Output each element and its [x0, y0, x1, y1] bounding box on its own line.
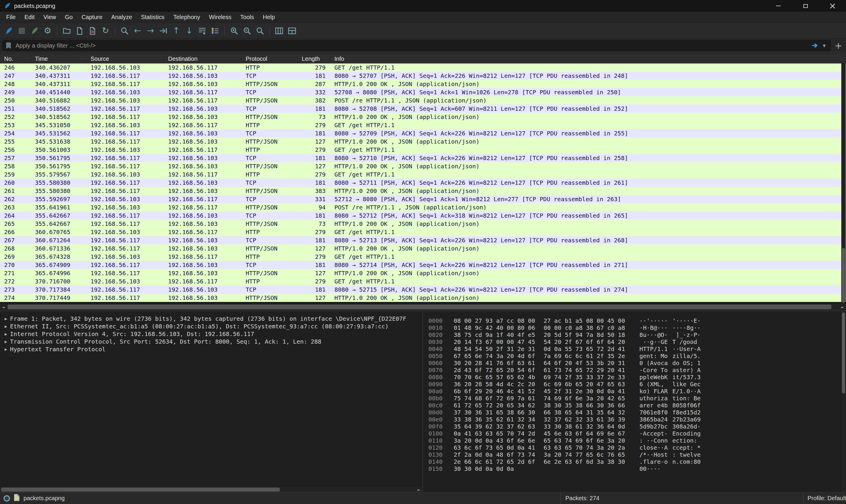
packet-row[interactable]: 247340.437311192.168.56.117192.168.56.10…: [0, 72, 846, 80]
packet-row[interactable]: 260355.580380192.168.56.117192.168.56.10…: [0, 179, 846, 187]
packet-row[interactable]: 264355.642667192.168.56.117192.168.56.10…: [0, 212, 846, 220]
hex-row[interactable]: 01302f 2a 0d 0a 48 6f 73 743a 20 74 77 6…: [428, 451, 846, 458]
menu-wireless[interactable]: Wireless: [205, 14, 236, 21]
expand-arrow-icon[interactable]: ▸: [2, 339, 10, 344]
column-header-length[interactable]: Length: [298, 55, 330, 63]
menu-file[interactable]: File: [2, 14, 20, 21]
zoom-out-icon[interactable]: [241, 24, 253, 37]
menu-view[interactable]: View: [39, 14, 60, 21]
colorize-packets-icon[interactable]: [209, 24, 222, 37]
expand-arrow-icon[interactable]: ▸: [2, 331, 10, 337]
packet-row[interactable]: 251340.518562192.168.56.117192.168.56.10…: [0, 105, 846, 113]
close-button[interactable]: ×: [819, 0, 846, 12]
packet-row[interactable]: 250340.516882192.168.56.103192.168.56.11…: [0, 96, 846, 105]
maximize-button[interactable]: [792, 0, 819, 12]
detail-line[interactable]: ▸Frame 1: Packet, 342 bytes on wire (273…: [2, 315, 422, 323]
scroll-right-icon[interactable]: ►: [840, 304, 846, 310]
packet-row[interactable]: 259355.579567192.168.56.103192.168.56.11…: [0, 170, 846, 179]
expert-info-icon[interactable]: [3, 495, 10, 502]
packet-row[interactable]: 271365.674996192.168.56.117192.168.56.10…: [0, 269, 846, 277]
details-horizontal-scrollbar[interactable]: ►: [0, 487, 422, 492]
hex-row[interactable]: 008070 70 6c 65 57 65 62 4b69 74 2f 35 3…: [428, 374, 846, 381]
hex-row[interactable]: 00b075 74 68 6f 72 69 7a 6174 69 6f 6e 3…: [428, 395, 846, 402]
packet-row[interactable]: 274370.717449192.168.56.117192.168.56.10…: [0, 294, 846, 302]
packet-row[interactable]: 255345.531638192.168.56.117192.168.56.10…: [0, 138, 846, 146]
detail-line[interactable]: ▸Hypertext Transfer Protocol: [2, 345, 422, 353]
capture-options-icon[interactable]: ⚙: [41, 24, 54, 37]
hex-row[interactable]: 00d037 30 36 31 65 38 66 3066 38 65 64 3…: [428, 409, 846, 416]
menu-analyze[interactable]: Analyze: [107, 14, 137, 21]
packet-row[interactable]: 257350.561795192.168.56.117192.168.56.10…: [0, 154, 846, 162]
find-packet-icon[interactable]: [118, 24, 131, 37]
hex-row[interactable]: 015030 30 0d 0a 0d 0a00····: [428, 465, 846, 472]
hex-row[interactable]: 01402e 66 6c 61 72 65 2d 6f6e 2e 63 6f 6…: [428, 458, 846, 465]
scroll-right-icon[interactable]: ►: [416, 487, 422, 492]
hex-row[interactable]: 01000a 41 63 63 65 70 74 2d45 6e 63 6f 6…: [428, 430, 846, 437]
packet-row[interactable]: 249340.451440192.168.56.103192.168.56.11…: [0, 88, 846, 96]
display-filter-input[interactable]: Apply a display filter ... <Ctrl-/> ▾: [2, 40, 831, 51]
go-back-icon[interactable]: ←: [131, 24, 144, 37]
go-to-packet-icon[interactable]: [157, 24, 170, 37]
hex-row[interactable]: 005067 65 6e 74 3a 20 4d 6f7a 69 6c 6c 6…: [428, 353, 846, 360]
hex-row[interactable]: 001001 48 9c 42 40 00 80 0600 00 c0 a8 3…: [428, 324, 846, 331]
auto-scroll-icon[interactable]: [196, 24, 209, 37]
expand-arrow-icon[interactable]: ▸: [2, 346, 10, 352]
scrollbar-thumb[interactable]: [7, 305, 831, 309]
packet-row[interactable]: 263355.641961192.168.56.103192.168.56.11…: [0, 203, 846, 212]
capture-stop-icon[interactable]: [15, 24, 28, 37]
go-first-icon[interactable]: ↑: [170, 24, 183, 37]
packet-row[interactable]: 256350.561003192.168.56.103192.168.56.11…: [0, 146, 846, 154]
hex-row[interactable]: 003020 14 f3 67 00 00 47 4554 20 2f 67 6…: [428, 338, 846, 345]
capture-restart-icon[interactable]: [28, 24, 41, 37]
apply-filter-button[interactable]: [811, 41, 819, 50]
detail-line[interactable]: ▸Internet Protocol Version 4, Src: 192.1…: [2, 330, 422, 338]
expand-arrow-icon[interactable]: ▸: [2, 323, 10, 329]
column-header-destination[interactable]: Destination: [164, 55, 242, 63]
packet-row[interactable]: 252340.518562192.168.56.117192.168.56.10…: [0, 113, 846, 121]
packet-row[interactable]: 262355.592697192.168.56.103192.168.56.11…: [0, 195, 846, 203]
scroll-left-icon[interactable]: ◄: [0, 304, 6, 310]
filter-bookmark-icon[interactable]: [5, 42, 13, 49]
hex-row[interactable]: 004048 54 54 50 2f 31 2e 310d 0a 55 73 6…: [428, 345, 846, 353]
packet-row[interactable]: 261355.580380192.168.56.117192.168.56.10…: [0, 187, 846, 195]
hex-row[interactable]: 00a06b 6f 29 20 46 4c 41 5245 2f 31 2e 3…: [428, 388, 846, 395]
packet-row[interactable]: 269365.674328192.168.56.103192.168.56.11…: [0, 253, 846, 261]
hex-row[interactable]: 00e033 38 36 35 62 61 32 3432 37 62 32 3…: [428, 416, 846, 423]
hex-row[interactable]: 00c061 72 65 72 20 65 34 6238 30 35 38 6…: [428, 402, 846, 409]
column-header-protocol[interactable]: Protocol: [242, 55, 298, 63]
packet-row[interactable]: 253345.531050192.168.56.103192.168.56.11…: [0, 121, 846, 129]
close-file-icon[interactable]: [86, 24, 99, 37]
capture-comment-icon[interactable]: [14, 494, 20, 503]
menu-go[interactable]: Go: [60, 14, 77, 21]
zoom-in-icon[interactable]: [228, 24, 241, 37]
packet-list-horizontal-scrollbar[interactable]: ◄ ►: [0, 304, 846, 310]
scrollbar-thumb[interactable]: [842, 248, 845, 303]
detail-line[interactable]: ▸Transmission Control Protocol, Src Port…: [2, 338, 422, 345]
packet-row[interactable]: 272370.716700192.168.56.103192.168.56.11…: [0, 277, 846, 286]
packet-row[interactable]: 246340.436207192.168.56.103192.168.56.11…: [0, 64, 846, 72]
column-header-info[interactable]: Info: [330, 55, 846, 63]
packet-row[interactable]: 258350.561795192.168.56.117192.168.56.10…: [0, 162, 846, 170]
packet-row[interactable]: 248340.437311192.168.56.117192.168.56.10…: [0, 80, 846, 88]
menu-statistics[interactable]: Statistics: [137, 14, 169, 21]
filter-dropdown-icon[interactable]: ▾: [823, 42, 826, 49]
column-header-source[interactable]: Source: [86, 55, 164, 63]
packet-row[interactable]: 265355.642667192.168.56.117192.168.56.10…: [0, 220, 846, 228]
packet-row[interactable]: 268360.671336192.168.56.117192.168.56.10…: [0, 245, 846, 253]
go-last-icon[interactable]: ↓: [183, 24, 196, 37]
packet-row[interactable]: 270365.674909192.168.56.117192.168.56.10…: [0, 261, 846, 269]
column-header-no[interactable]: No.: [0, 55, 31, 63]
hex-row[interactable]: 006030 20 28 41 76 6f 63 6164 6f 20 4f 5…: [428, 360, 846, 366]
add-filter-button[interactable]: +: [833, 40, 844, 51]
menu-capture[interactable]: Capture: [77, 14, 107, 21]
scrollbar-thumb[interactable]: [1, 488, 280, 492]
status-profile[interactable]: Profile: Default: [803, 492, 846, 504]
hex-row[interactable]: 009036 20 28 58 4d 4c 2c 206c 69 6b 65 2…: [428, 381, 846, 388]
hex-row[interactable]: 002038 75 cd 9a 1f 40 4f e520 5d 5f 94 7…: [428, 331, 846, 338]
packet-row[interactable]: 273370.717384192.168.56.117192.168.56.10…: [0, 286, 846, 294]
scrollbar-thumb[interactable]: [842, 312, 845, 393]
column-header-time[interactable]: Time: [31, 55, 86, 63]
go-forward-icon[interactable]: →: [144, 24, 157, 37]
resize-columns-icon[interactable]: [273, 24, 286, 37]
menu-edit[interactable]: Edit: [20, 14, 39, 21]
